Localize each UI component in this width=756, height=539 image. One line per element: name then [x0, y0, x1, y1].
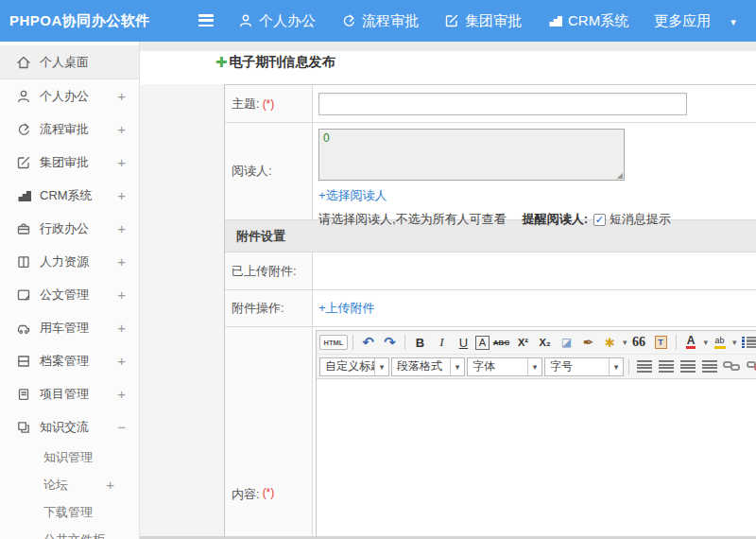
upload-attachment-link[interactable]: +上传附件: [318, 300, 375, 317]
sidebar-item-personal-office[interactable]: 个人办公 +: [0, 79, 139, 113]
readers-hint: 请选择阅读人,不选为所有人可查看: [318, 211, 507, 228]
chevron-down-icon[interactable]: ▾: [704, 338, 709, 347]
font-family-select[interactable]: 字体 ▾: [467, 357, 542, 376]
uploaded-attachments-row: 已上传附件:: [225, 252, 756, 290]
chevron-down-icon[interactable]: ▾: [732, 338, 737, 347]
sidebar-item-personal-desktop[interactable]: 个人桌面: [0, 45, 139, 79]
select-readers-link[interactable]: +选择阅读人: [318, 187, 387, 204]
nav-group-approval[interactable]: 集团审批: [444, 12, 522, 30]
resize-handle-icon[interactable]: ◢: [617, 171, 623, 180]
sms-label: 短消息提示: [610, 211, 671, 228]
expand-icon[interactable]: +: [117, 253, 126, 270]
sidebar-item-group-approval[interactable]: 集团审批 +: [0, 146, 139, 179]
align-justify-button[interactable]: [699, 357, 719, 376]
sidebar-subitem-public-file-cabinet[interactable]: 公共文件柜: [0, 526, 139, 539]
content-label: 内容:: [232, 486, 260, 503]
expand-icon[interactable]: +: [117, 353, 126, 369]
expand-icon[interactable]: +: [117, 121, 126, 137]
sidebar-item-knowledge-exchange[interactable]: 知识交流 −: [0, 410, 139, 443]
nav-crm-system[interactable]: CRM系统: [547, 12, 628, 30]
italic-button[interactable]: I: [432, 333, 452, 352]
subject-label: 主题:: [232, 96, 260, 113]
strikethrough-button[interactable]: ABC: [491, 333, 511, 352]
readers-row: 阅读人: 0 ◢ +选择阅读人 请选择阅读人,不选为所有人可查看 提醒阅读人: …: [225, 123, 756, 220]
nav-label: 流程审批: [362, 12, 419, 30]
insert-link-button[interactable]: [721, 357, 743, 376]
sidebar-item-admin-office[interactable]: 行政办公 +: [0, 212, 139, 245]
editor-content-area[interactable]: [317, 379, 756, 539]
sidebar-item-archive-management[interactable]: 档案管理 +: [0, 344, 139, 377]
sidebar-item-project-management[interactable]: 项目管理 +: [0, 377, 139, 410]
nav-more-apps[interactable]: 更多应用: [654, 12, 711, 30]
expand-icon[interactable]: +: [117, 220, 126, 236]
sidebar-subitem-knowledge-management[interactable]: 知识管理: [0, 443, 139, 471]
align-center-button[interactable]: [656, 357, 676, 376]
expand-icon[interactable]: +: [117, 187, 126, 203]
redo-button[interactable]: ↷: [380, 333, 400, 352]
link-icon: [723, 361, 741, 372]
format-painter-button[interactable]: ✒: [578, 333, 598, 352]
readers-textarea[interactable]: 0 ◢: [318, 129, 625, 181]
flow-arrow-icon: [341, 13, 356, 28]
sms-checkbox[interactable]: ✓: [593, 214, 606, 226]
align-right-button[interactable]: [678, 357, 697, 376]
paragraph-format-select[interactable]: 段落格式 ▾: [391, 357, 465, 376]
sidebar-item-human-resources[interactable]: 人力资源 +: [0, 245, 139, 278]
underline-button[interactable]: U: [454, 333, 473, 352]
sidebar-item-vehicle-management[interactable]: 用车管理 +: [0, 311, 139, 344]
sidebar-item-workflow-approval[interactable]: 流程审批 +: [0, 113, 139, 146]
sidebar-subitem-download-management[interactable]: 下载管理: [0, 498, 139, 526]
page-title-text: 电子期刊信息发布: [230, 54, 335, 71]
expand-icon[interactable]: +: [117, 287, 126, 303]
chevron-down-icon: ▾: [450, 358, 464, 375]
font-size-select[interactable]: 字号 ▾: [544, 357, 624, 376]
remove-format-button[interactable]: ◪: [557, 333, 576, 352]
layers-icon: [16, 420, 31, 435]
align-left-button[interactable]: [634, 357, 654, 376]
undo-button[interactable]: ↶: [358, 333, 378, 352]
menu-icon[interactable]: [198, 14, 214, 27]
subject-label-cell: 主题: (*): [225, 85, 313, 122]
content-label-cell: 内容: (*): [225, 327, 313, 539]
briefcase-icon: [16, 221, 31, 236]
expand-icon[interactable]: +: [117, 320, 126, 336]
uploaded-label: 已上传附件:: [232, 263, 297, 280]
superscript-button[interactable]: X²: [513, 333, 533, 352]
ordered-list-icon: [742, 337, 756, 348]
expand-icon[interactable]: +: [117, 386, 126, 402]
nav-workflow-approval[interactable]: 流程审批: [341, 12, 419, 30]
edit-square-icon: [444, 13, 459, 28]
subject-input[interactable]: [318, 93, 687, 115]
collapse-icon[interactable]: −: [117, 419, 126, 435]
chevron-down-icon[interactable]: ▾: [730, 14, 736, 28]
quick-format-button[interactable]: ✱: [600, 333, 620, 352]
document-folder-icon: [16, 287, 31, 303]
expand-icon[interactable]: +: [117, 88, 126, 104]
sidebar-subitem-forum[interactable]: 论坛 +: [0, 471, 139, 498]
required-mark: (*): [263, 97, 275, 111]
custom-heading-select[interactable]: 自定义标题 ▾: [319, 357, 389, 376]
sidebar-item-crm-system[interactable]: CRM系统 +: [0, 179, 139, 212]
ordered-list-button[interactable]: [739, 333, 756, 352]
align-center-icon: [659, 360, 674, 373]
paste-as-text-button[interactable]: T: [651, 333, 671, 352]
subscript-button[interactable]: X₂: [535, 333, 555, 352]
remove-link-button[interactable]: [745, 357, 756, 376]
attachment-section-title: 附件设置: [236, 228, 285, 245]
bold-button[interactable]: B: [410, 333, 430, 352]
sidebar-item-document-management[interactable]: 公文管理 +: [0, 278, 139, 311]
expand-icon[interactable]: +: [106, 477, 114, 493]
nav-label: 更多应用: [654, 12, 711, 30]
html-source-button[interactable]: HTML: [319, 335, 348, 350]
blockquote-button[interactable]: 66: [629, 333, 649, 352]
font-style-button[interactable]: A: [475, 336, 490, 350]
highlight-color-button[interactable]: ab: [710, 333, 730, 352]
font-color-button[interactable]: A: [681, 333, 701, 352]
chevron-down-icon[interactable]: ▾: [623, 338, 627, 347]
attach-ops-label: 附件操作:: [232, 300, 284, 317]
readers-label: 阅读人:: [232, 163, 272, 180]
nav-personal-office[interactable]: 个人办公: [238, 12, 316, 30]
rich-text-editor: HTML ↶ ↷ B I U A ABC X² X₂ ◪: [316, 330, 756, 539]
expand-icon[interactable]: +: [117, 154, 126, 170]
bar-chart-icon: [16, 188, 31, 203]
